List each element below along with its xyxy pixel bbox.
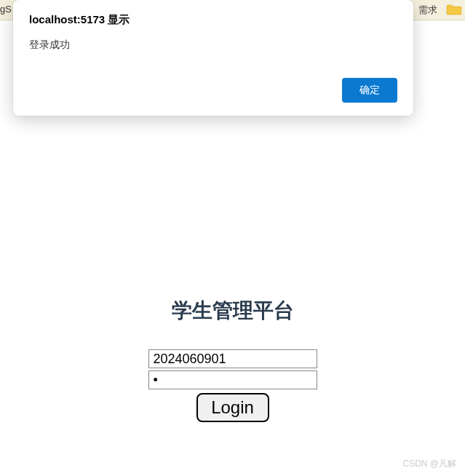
- alert-message: 登录成功: [29, 39, 397, 52]
- alert-ok-button[interactable]: 确定: [342, 78, 397, 103]
- page-title: 学生管理平台: [172, 297, 294, 325]
- toolbar-text-fragment: 需求: [418, 4, 437, 17]
- alert-dialog: localhost:5173 显示 登录成功 确定: [13, 0, 413, 116]
- folder-icon[interactable]: [446, 4, 462, 15]
- alert-button-row: 确定: [29, 78, 397, 103]
- login-button[interactable]: Login: [196, 393, 269, 422]
- toolbar-text-fragment: gS: [0, 4, 12, 15]
- password-input[interactable]: [148, 370, 317, 389]
- watermark: CSDN @凡解: [402, 458, 456, 470]
- login-form: 学生管理平台 Login: [0, 297, 465, 422]
- alert-title: localhost:5173 显示: [29, 13, 397, 27]
- username-input[interactable]: [148, 349, 317, 368]
